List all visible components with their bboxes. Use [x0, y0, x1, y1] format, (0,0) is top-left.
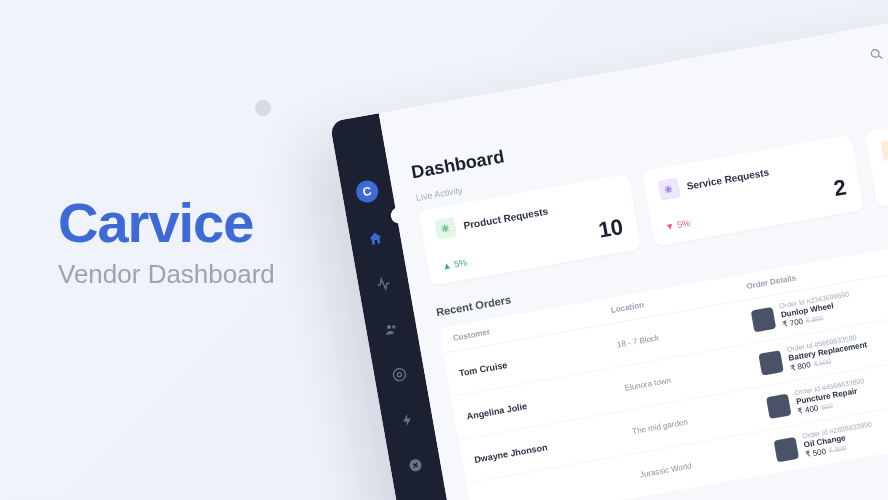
- trend-up-icon: ▲ 5%: [442, 257, 468, 271]
- home-icon[interactable]: [365, 228, 386, 249]
- product-thumbnail: [751, 306, 776, 331]
- svg-point-3: [393, 368, 407, 382]
- card-value: 10: [596, 214, 625, 244]
- location: The mid garden: [632, 403, 769, 436]
- logo[interactable]: C: [354, 179, 379, 204]
- hero-subtitle: Vendor Dashboard: [58, 259, 275, 290]
- main-area: 1 1 Need Help? Dashboard Live Activity ⛯…: [379, 0, 888, 500]
- location: Jurassic World: [639, 447, 776, 480]
- product-thumbnail: [774, 436, 799, 461]
- product-thumbnail: [766, 393, 791, 418]
- product-thumbnail: [758, 350, 783, 375]
- location: 18 - 7 Block: [616, 317, 753, 350]
- card-title: Product Requests: [463, 205, 549, 231]
- activity-icon[interactable]: [373, 274, 394, 295]
- hero-title: Carvice: [58, 190, 275, 255]
- svg-point-2: [397, 372, 402, 377]
- svg-point-5: [871, 49, 880, 58]
- search-icon[interactable]: [868, 46, 887, 65]
- recent-orders-title: Recent Orders: [435, 293, 512, 318]
- svg-point-0: [387, 325, 392, 330]
- users-icon: ⛯: [881, 138, 888, 161]
- decor-dot: [255, 100, 271, 116]
- card-title: Service Requests: [686, 166, 770, 191]
- trend-value: 5%: [453, 257, 468, 269]
- users-icon: ⛯: [657, 177, 680, 200]
- trend-value: 5%: [676, 218, 691, 230]
- users-icon[interactable]: [381, 319, 402, 340]
- close-icon[interactable]: [405, 455, 426, 476]
- users-icon: ⛯: [434, 217, 457, 240]
- bolt-icon[interactable]: [397, 410, 418, 431]
- hero-block: Carvice Vendor Dashboard: [58, 190, 275, 290]
- trend-down-icon: ▼ 5%: [665, 218, 691, 232]
- card-value: 2: [832, 174, 849, 202]
- location: Elunora town: [624, 360, 761, 393]
- dashboard-window: C › 1: [330, 0, 888, 500]
- svg-point-1: [392, 325, 396, 329]
- customer-name: [482, 475, 640, 500]
- settings-icon[interactable]: [389, 364, 410, 385]
